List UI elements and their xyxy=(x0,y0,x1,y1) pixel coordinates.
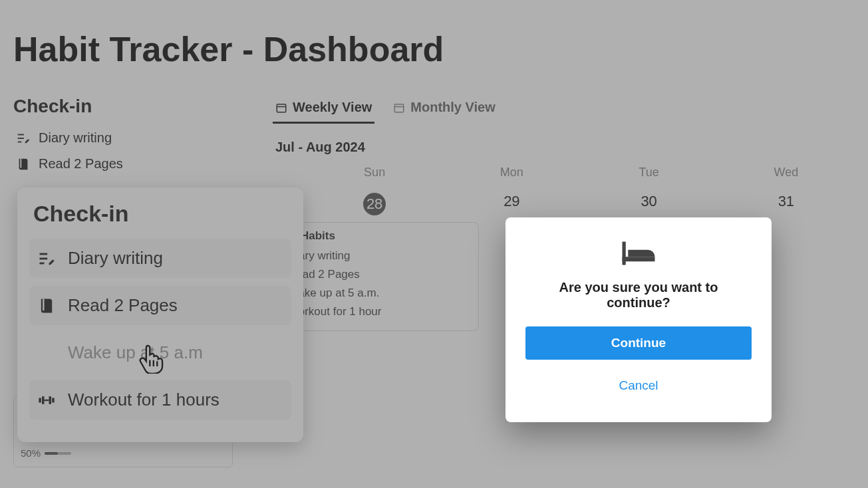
continue-button[interactable]: Continue xyxy=(525,326,752,360)
confirm-modal: Are you sure you want to continue? Conti… xyxy=(506,217,772,422)
cancel-button[interactable]: Cancel xyxy=(525,369,752,402)
modal-message: Are you sure you want to continue? xyxy=(525,280,752,310)
svg-rect-21 xyxy=(623,257,655,261)
bed-icon xyxy=(620,239,657,268)
